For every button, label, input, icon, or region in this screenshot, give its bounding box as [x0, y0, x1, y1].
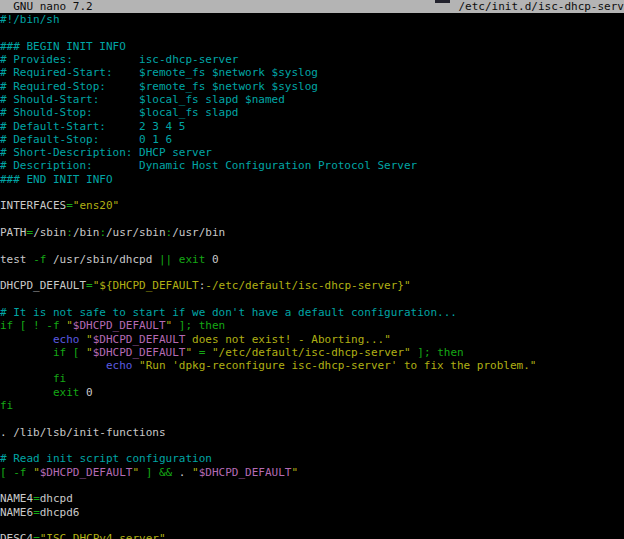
editor-line: # Should-Stop: $local_fs slapd [0, 106, 624, 119]
editor-line: if [ "$DHCPD_DEFAULT" = "/etc/default/is… [0, 346, 624, 359]
code-segment: " [66, 319, 73, 332]
editor-line [0, 266, 624, 279]
editor-line: test -f /usr/sbin/dhcpd || exit 0 [0, 253, 624, 266]
editor-line: NAME4=dhcpd [0, 492, 624, 505]
code-segment: PATH [0, 226, 27, 239]
code-segment: " [86, 333, 93, 346]
code-segment: "ens20" [73, 199, 119, 212]
editor-line [0, 293, 624, 306]
code-segment: INTERFACES [0, 199, 66, 212]
code-segment: $DHCPD_DEFAULT [199, 466, 292, 479]
code-segment: ]; then [179, 319, 225, 332]
editor-line: INTERFACES="ens20" [0, 199, 624, 212]
code-segment: $DHCPD_DEFAULT [93, 346, 186, 359]
editor-line [0, 412, 624, 425]
screen-artifact-notch [435, 0, 450, 3]
code-segment: = [33, 492, 40, 505]
code-segment: [ -f [0, 466, 27, 479]
editor-line: if [ ! -f "$DHCPD_DEFAULT" ]; then [0, 319, 624, 332]
code-segment: $DHCPD_DEFAULT [40, 466, 133, 479]
editor-line: # Description: Dynamic Host Configuratio… [0, 159, 624, 172]
code-segment: if [ [53, 346, 80, 359]
terminal-window: GNU nano 7.2 /etc/init.d/isc-dhcp-serv #… [0, 0, 624, 539]
editor-area[interactable]: #!/bin/sh### BEGIN INIT INFO# Provides: … [0, 13, 624, 539]
editor-line: echo "Run 'dpkg-reconfigure isc-dhcp-ser… [0, 359, 624, 372]
editor-line [0, 213, 624, 226]
code-segment: = [33, 506, 40, 519]
code-segment [192, 346, 199, 359]
code-segment [0, 346, 53, 359]
code-segment: = [86, 279, 93, 292]
code-segment [205, 346, 212, 359]
code-segment: : [66, 226, 73, 239]
code-segment: "/etc/default/isc-dhcp-server" [212, 346, 411, 359]
editor-line: # Short-Description: DHCP server [0, 146, 624, 159]
code-segment: # Should-Stop: $local_fs slapd [0, 106, 238, 119]
editor-line [0, 26, 624, 39]
code-segment: -f [33, 253, 46, 266]
editor-line: #!/bin/sh [0, 13, 624, 26]
editor-line: # Default-Stop: 0 1 6 [0, 133, 624, 146]
code-segment: /bin [73, 226, 100, 239]
code-segment: test [0, 253, 33, 266]
code-segment [139, 466, 146, 479]
nano-filename: /etc/init.d/isc-dhcp-serv [458, 0, 624, 13]
code-segment: " [192, 466, 199, 479]
editor-line [0, 239, 624, 252]
code-segment: $DHCPD_DEFAULT [73, 319, 166, 332]
code-segment: || exit [159, 253, 205, 266]
editor-line: [ -f "$DHCPD_DEFAULT" ] && . "$DHCPD_DEF… [0, 466, 624, 479]
editor-line [0, 186, 624, 199]
nano-titlebar: GNU nano 7.2 /etc/init.d/isc-dhcp-serv [0, 0, 624, 13]
code-segment: -/etc/default/isc-dhcp-server}" [205, 279, 410, 292]
code-segment: does not exist! - Aborting..." [185, 333, 390, 346]
code-segment [0, 386, 53, 399]
editor-line: ### BEGIN INIT INFO [0, 40, 624, 53]
code-segment: /usr/sbin/dhcpd [46, 253, 159, 266]
code-segment: ### BEGIN INIT INFO [0, 40, 126, 53]
code-segment: ### END INIT INFO [0, 173, 113, 186]
code-segment: # It is not safe to start if we don't ha… [0, 306, 457, 319]
editor-line [0, 519, 624, 532]
editor-line: DHCPD_DEFAULT="${DHCPD_DEFAULT:-/etc/def… [0, 279, 624, 292]
code-segment: . [172, 466, 192, 479]
code-segment: dhcpd6 [40, 506, 80, 519]
code-segment [0, 372, 53, 385]
code-segment: /usr/sbin [106, 226, 166, 239]
code-segment: echo [106, 359, 133, 372]
editor-line: DESC4="ISC DHCPv4 server" [0, 532, 624, 539]
code-segment [0, 359, 106, 372]
code-segment: fi [53, 372, 66, 385]
editor-line: # Read init script configuration [0, 452, 624, 465]
editor-line: NAME6=dhcpd6 [0, 506, 624, 519]
editor-line: # Required-Stop: $remote_fs $network $sy… [0, 80, 624, 93]
code-segment: " [86, 346, 93, 359]
editor-line [0, 479, 624, 492]
nano-version-label: GNU nano 7.2 [0, 0, 93, 13]
code-segment: DESC4 [0, 532, 33, 539]
editor-line: # Default-Start: 2 3 4 5 [0, 120, 624, 133]
code-segment: $DHCPD_DEFAULT [93, 333, 186, 346]
code-segment: # Description: Dynamic Host Configuratio… [0, 159, 417, 172]
code-segment: if [ ! -f [0, 319, 60, 332]
editor-line: ### END INIT INFO [0, 173, 624, 186]
editor-line: # Provides: isc-dhcp-server [0, 53, 624, 66]
code-segment: . /lib/lsb/init-functions [0, 426, 166, 439]
code-segment [0, 333, 53, 346]
code-segment: # Should-Start: $local_fs slapd $named [0, 93, 285, 106]
code-segment: "Run 'dpkg-reconfigure isc-dhcp-server' … [139, 359, 536, 372]
editor-line: fi [0, 399, 624, 412]
editor-line [0, 439, 624, 452]
code-segment: # Read init script configuration [0, 452, 212, 465]
editor-line: PATH=/sbin:/bin:/usr/sbin:/usr/bin [0, 226, 624, 239]
code-segment: NAME6 [0, 506, 33, 519]
code-segment: ]; then [417, 346, 463, 359]
editor-line: # Should-Start: $local_fs slapd $named [0, 93, 624, 106]
code-segment: ] && [146, 466, 173, 479]
code-segment: #!/bin/sh [0, 13, 60, 26]
code-segment: 0 [205, 253, 218, 266]
code-segment: 0 [79, 386, 92, 399]
code-segment [172, 319, 179, 332]
editor-line: . /lib/lsb/init-functions [0, 426, 624, 439]
code-segment: # Provides: isc-dhcp-server [0, 53, 238, 66]
